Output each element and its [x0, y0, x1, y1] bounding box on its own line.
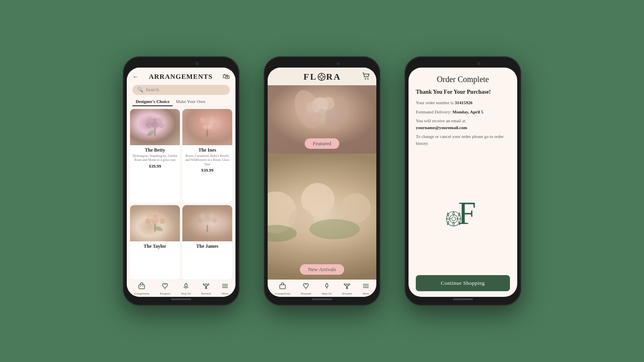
nav2-bouquets[interactable]: Bouquets: [301, 282, 311, 295]
flora-logo-large: F: [416, 153, 510, 271]
nav2-shop-all-icon: [323, 282, 330, 291]
tab-make-your-own[interactable]: Make Your Own: [173, 97, 208, 106]
product-image-james: [182, 205, 232, 241]
bottom-nav-1: Arrangements Bouquets: [127, 280, 235, 297]
svg-point-51: [310, 219, 360, 239]
nav-arrangements[interactable]: Arrangements: [134, 282, 150, 295]
delivery-date: Monday, April 5: [452, 109, 483, 114]
order-number-value: 31415926: [455, 100, 473, 105]
nav2-label-menu: Menu: [363, 292, 369, 295]
category-tabs: Designer's Choice Make Your Own: [127, 97, 235, 107]
phone-notch-1: [169, 62, 193, 65]
nav-rewards[interactable]: Rewards: [201, 282, 211, 295]
card-body-betty: The Betty Hydrangeas, Snapdragons, Garde…: [130, 145, 180, 171]
nav-label-arrangements: Arrangements: [134, 292, 150, 295]
svg-point-62: [450, 215, 458, 223]
phone-1: ← ARRANGEMENTS 🛍 🔍 Search Designer's Cho…: [123, 56, 239, 306]
svg-point-26: [212, 218, 217, 223]
svg-rect-27: [206, 225, 208, 232]
svg-point-11: [212, 122, 217, 127]
product-card-ines[interactable]: The Ines Roses, Carnations, Baby's Breat…: [182, 109, 232, 203]
product-price-betty: $39.99: [132, 164, 178, 169]
svg-text:F: F: [458, 195, 476, 231]
nav2-arrangements[interactable]: Arrangements: [275, 282, 291, 295]
phone-home-button-2: [312, 298, 332, 300]
svg-point-18: [145, 218, 151, 224]
arrangements-header: ← ARRANGEMENTS 🛍: [127, 68, 235, 83]
featured-section[interactable]: Featured: [268, 85, 376, 154]
nav2-label-bouquets: Bouquets: [301, 292, 311, 295]
product-image-ines: [182, 109, 232, 145]
phone-2-screen: FL RA: [268, 68, 376, 297]
svg-point-6: [147, 130, 155, 137]
featured-badge[interactable]: Featured: [305, 138, 339, 149]
shop-all-icon: [182, 282, 190, 291]
product-name-ines: The Ines: [185, 147, 230, 153]
nav-label-bouquets: Bouquets: [160, 292, 170, 295]
nav2-label-shop-all: Shop All: [322, 292, 332, 295]
nav2-rewards[interactable]: Rewards: [342, 282, 352, 295]
svg-point-21: [155, 226, 163, 232]
back-icon[interactable]: ←: [132, 73, 139, 80]
svg-point-12: [203, 125, 207, 129]
svg-point-36: [320, 75, 323, 78]
svg-point-23: [200, 213, 205, 219]
svg-rect-53: [280, 285, 285, 289]
svg-point-3: [146, 123, 151, 128]
svg-point-37: [365, 78, 366, 80]
product-image-taylor: [130, 205, 180, 241]
phone-1-screen: ← ARRANGEMENTS 🛍 🔍 Search Designer's Cho…: [127, 68, 235, 297]
nav-bouquets[interactable]: Bouquets: [160, 282, 170, 295]
svg-point-8: [200, 117, 205, 123]
products-grid: The Betty Hydrangeas, Snapdragons, Garde…: [127, 109, 235, 280]
continue-shopping-button[interactable]: Continue Shopping: [416, 275, 510, 291]
nav2-menu[interactable]: Menu: [362, 282, 369, 295]
nav2-shop-all[interactable]: Shop All: [322, 282, 332, 295]
cart-icon-2[interactable]: [362, 72, 371, 82]
svg-point-44: [322, 97, 334, 110]
order-number-text: Your order number is 31415926: [416, 99, 510, 106]
product-card-james[interactable]: The James: [182, 205, 232, 280]
nav-label-menu: Menu: [222, 292, 228, 295]
order-number-prefix: Your order number is: [416, 100, 455, 105]
phone-3: Order Complete Thank You For Your Purcha…: [405, 56, 521, 306]
new-arrivals-section[interactable]: New Arrivals: [268, 154, 376, 280]
menu-icon: [221, 282, 229, 291]
order-complete-title: Order Complete: [416, 75, 510, 84]
tab-designers-choice[interactable]: Designer's Choice: [132, 97, 173, 106]
new-arrivals-badge[interactable]: New Arrivals: [300, 264, 344, 275]
nav2-menu-icon: [362, 282, 369, 291]
phone-2: FL RA: [264, 56, 380, 306]
product-desc-ines: Roses, Carnations, Baby's Breath, and Wi…: [185, 154, 230, 167]
phone-home-button-3: [453, 298, 473, 300]
phone-home-button-1: [171, 298, 191, 300]
product-name-taylor: The Taylor: [132, 243, 178, 249]
nav-label-rewards: Rewards: [201, 292, 211, 295]
svg-point-43: [306, 102, 318, 113]
delivery-text: Estimated Delivery: Monday, April 5: [416, 109, 510, 115]
card-body-taylor: The Taylor: [130, 241, 180, 251]
phone-3-screen: Order Complete Thank You For Your Purcha…: [409, 68, 517, 297]
search-bar[interactable]: 🔍 Search: [132, 85, 230, 95]
nav-label-shop-all: Shop All: [181, 292, 191, 295]
phone-notch-2: [310, 62, 334, 65]
cancel-text: To change or cancel your order please go…: [416, 133, 510, 146]
product-card-taylor[interactable]: The Taylor: [130, 205, 180, 280]
search-icon: 🔍: [137, 87, 143, 93]
nav2-arrangements-icon: [279, 282, 286, 291]
product-desc-betty: Hydrangeas, Snapdragons, Garden Roses an…: [132, 154, 178, 162]
phone-notch-3: [451, 62, 475, 65]
product-image-betty: [130, 109, 180, 145]
svg-point-63: [452, 217, 456, 221]
svg-point-9: [209, 117, 215, 123]
nav2-label-rewards: Rewards: [342, 292, 352, 295]
logo-text-right: RA: [326, 72, 341, 82]
svg-point-4: [159, 123, 164, 128]
flora-logo-svg: F: [439, 188, 487, 236]
cart-icon[interactable]: 🛍: [223, 72, 230, 81]
svg-rect-14: [206, 130, 208, 137]
nav-shop-all[interactable]: Shop All: [181, 282, 191, 295]
nav-menu[interactable]: Menu: [221, 282, 229, 295]
flora-logo: FL RA: [303, 72, 341, 82]
product-card-betty[interactable]: The Betty Hydrangeas, Snapdragons, Garde…: [130, 109, 180, 203]
